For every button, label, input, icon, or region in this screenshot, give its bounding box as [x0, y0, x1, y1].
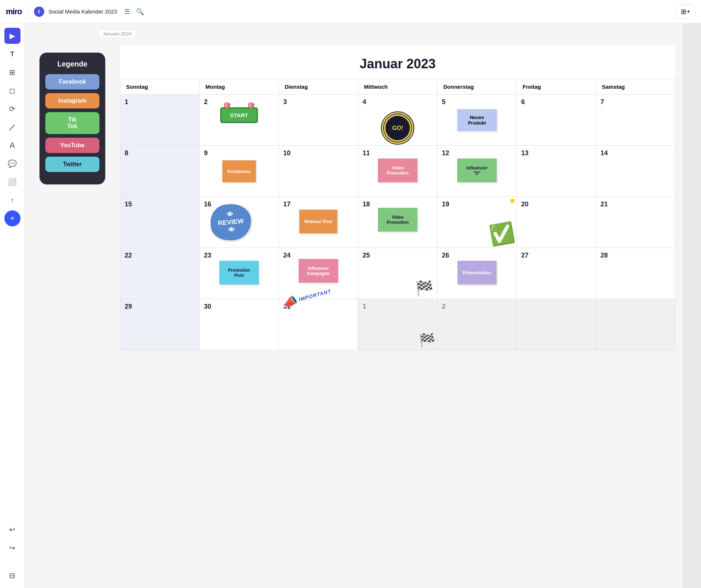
day-11[interactable]: 11 Video Promotion [358, 146, 437, 197]
day-19[interactable]: 19 ✅ [437, 197, 517, 248]
webinar-sticky: Webinar Post [299, 210, 337, 233]
week-row-4: 22 23 Promotion Post 24 Influencer Kampa… [120, 248, 675, 299]
canvas-inner: January 2024 Legende Facebook Instagram … [25, 23, 683, 588]
review-sticker: 👁REVIEW👁 [211, 204, 251, 240]
checkmark-sticker: ✅ [488, 220, 516, 248]
col-montag: Montag [200, 79, 279, 95]
day-feb-4[interactable] [596, 299, 675, 350]
day-8[interactable]: 8 [120, 146, 200, 197]
day-27[interactable]: 27 [517, 248, 596, 299]
menu-icon[interactable]: ☰ [124, 8, 130, 16]
header-actions: ☰ 🔍 [124, 8, 144, 16]
select-tool[interactable]: ▶ [4, 28, 20, 44]
shapes-tool[interactable]: ⟳ [4, 101, 20, 117]
week-row-1: 1 2 🎯 🎯 START [120, 95, 675, 146]
calendar: Januar 2023 Sonntag Montag Dienstag Mitt… [120, 45, 675, 350]
day-2[interactable]: 2 🎯 🎯 START [200, 95, 279, 146]
day-5[interactable]: 5 Neues Produkt [437, 95, 517, 146]
day-17[interactable]: 17 Webinar Post [279, 197, 358, 248]
legend-item-tiktok[interactable]: TikTok [45, 112, 99, 134]
col-mittwoch: Mittwoch [358, 79, 437, 95]
embed-tool[interactable]: ⊟ [4, 568, 20, 584]
important-sticker: 📣 IMPORTANT [283, 290, 332, 304]
header-right: ⊞+ [676, 4, 695, 19]
promotion-sticky: Promotion Post [219, 261, 259, 285]
yellow-dot [510, 199, 515, 203]
day-4[interactable]: 4 GO! [358, 95, 437, 146]
apps-button[interactable]: ⊞+ [676, 4, 695, 19]
week-row-2: 8 9 Konferenz 10 11 [120, 146, 675, 197]
day-14[interactable]: 14 [596, 146, 675, 197]
legend-item-youtube[interactable]: YouTube [45, 138, 99, 153]
day-feb-2[interactable]: 2 [437, 299, 517, 350]
day-feb-3[interactable] [517, 299, 596, 350]
presentation-sticky: Präsentation [458, 261, 497, 285]
day-24[interactable]: 24 Influencer Kampagne 📣 IMPORTANT [279, 248, 358, 299]
col-sonntag: Sonntag [120, 79, 200, 95]
day-26[interactable]: 26 Präsentation [437, 248, 517, 299]
day-9[interactable]: 9 Konferenz [200, 146, 279, 197]
day-6[interactable]: 6 [517, 95, 596, 146]
comment-tool[interactable]: 💬 [4, 156, 20, 172]
calendar-table: Sonntag Montag Dienstag Mittwoch Donners… [120, 79, 675, 350]
board-badge: 2 [34, 7, 44, 17]
day-30[interactable]: 30 [200, 299, 279, 350]
legend-panel: Legende Facebook Instagram TikTok YouTub… [39, 53, 105, 184]
canvas[interactable]: January 2024 Legende Facebook Instagram … [25, 23, 701, 588]
day-1[interactable]: 1 [120, 95, 200, 146]
day-16[interactable]: 16 👁REVIEW👁 [200, 197, 279, 248]
day-13[interactable]: 13 [517, 146, 596, 197]
left-toolbar: ▶ T ⊞ ◻ ⟳ | A 💬 ⬜ ↑ + ↩ ↪ ⊟ [0, 23, 25, 588]
neues-produkt-sticky: Neues Produkt [457, 109, 497, 131]
video-promo-sticky-1: Video Promotion [378, 159, 417, 182]
legend-item-facebook[interactable]: Facebook [45, 74, 99, 89]
calendar-title: Januar 2023 [120, 45, 675, 79]
day-21[interactable]: 21 [596, 197, 675, 248]
day-25[interactable]: 25 🏁 [358, 248, 437, 299]
upload-tool[interactable]: ↑ [4, 192, 20, 208]
breadcrumb: January 2024 [98, 29, 136, 38]
text2-tool[interactable]: A [4, 137, 20, 153]
col-dienstag: Dienstag [279, 79, 358, 95]
feb-sticker: 🏁 [419, 333, 435, 348]
influencer-d-sticky: Influencer "D" [457, 159, 497, 182]
go-badge: GO! [384, 114, 412, 142]
app-header: miro 2 Social Media Kalender 2023 ☰ 🔍 ⊞+ [0, 0, 701, 23]
table-tool[interactable]: ⊞ [4, 64, 20, 80]
header-divider [28, 5, 28, 18]
checkers-sticker: 🏁 [415, 280, 433, 297]
day-29[interactable]: 29 [120, 299, 200, 350]
legend-item-instagram[interactable]: Instagram [45, 93, 99, 108]
week-row-3: 15 16 👁REVIEW👁 17 [120, 197, 675, 248]
frame-tool[interactable]: ⬜ [4, 174, 20, 190]
col-donnerstag: Donnerstag [437, 79, 517, 95]
week-row-5: 29 30 31 1 🏁 [120, 299, 675, 350]
day-28[interactable]: 28 [596, 248, 675, 299]
redo-tool[interactable]: ↪ [4, 540, 20, 556]
day-18[interactable]: 18 Video Promotion [358, 197, 437, 248]
line-tool[interactable]: | [1, 116, 23, 138]
legend-title: Legende [45, 60, 99, 68]
konferenz-sticky: Konferenz [222, 160, 256, 182]
add-tool[interactable]: + [4, 210, 20, 226]
miro-logo: miro [6, 7, 22, 16]
day-feb-1[interactable]: 1 🏁 [358, 299, 437, 350]
day-20[interactable]: 20 [517, 197, 596, 248]
col-freitag: Freitag [517, 79, 596, 95]
day-7[interactable]: 7 [596, 95, 675, 146]
start-sticker: 🎯 🎯 START [220, 107, 258, 123]
day-22[interactable]: 22 [120, 248, 200, 299]
text-tool[interactable]: T [4, 46, 20, 62]
day-12[interactable]: 12 Influencer "D" [437, 146, 517, 197]
note-tool[interactable]: ◻ [4, 83, 20, 99]
day-3[interactable]: 3 [279, 95, 358, 146]
day-10[interactable]: 10 [279, 146, 358, 197]
influencer-kampagne-sticky: Influencer Kampagne [299, 259, 338, 283]
search-icon[interactable]: 🔍 [136, 8, 144, 16]
day-23[interactable]: 23 Promotion Post [200, 248, 279, 299]
day-15[interactable]: 15 [120, 197, 200, 248]
undo-tool[interactable]: ↩ [4, 522, 20, 538]
board-title: Social Media Kalender 2023 [49, 8, 117, 15]
legend-item-twitter[interactable]: Twitter [45, 157, 99, 172]
col-samstag: Samstag [596, 79, 675, 95]
